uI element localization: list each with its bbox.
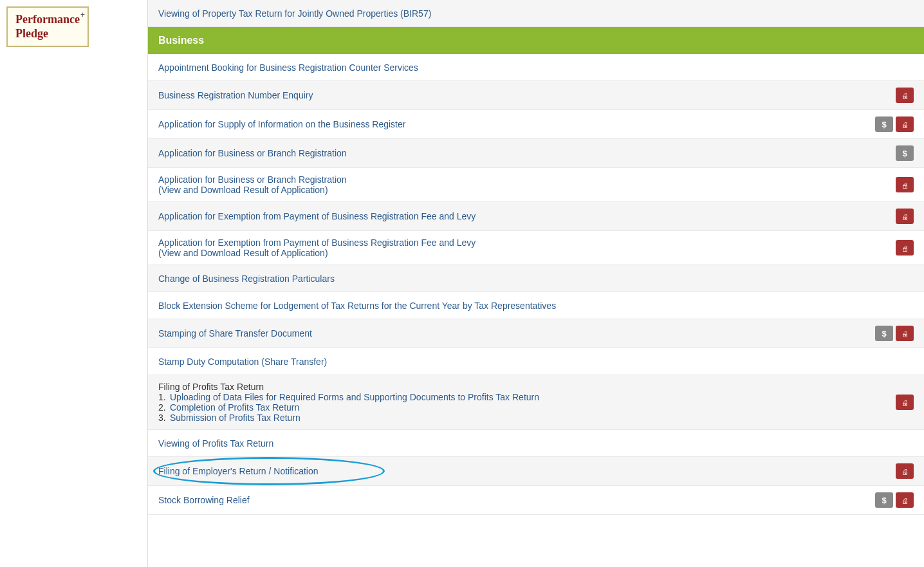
sub-item-num: 2. [158,402,170,413]
profits-tax-sub-item[interactable]: 1. Uploading of Data Files for Required … [158,392,888,402]
row-icons [875,326,914,341]
print-icon-btn[interactable] [896,240,914,256]
sub-item-text: Submission of Profits Tax Return [170,413,300,423]
printer-icon [901,212,909,221]
performance-pledge-box[interactable]: + Performance Pledge [6,6,89,47]
printer-icon [901,467,909,476]
main-content: Viewing of Property Tax Return for Joint… [148,0,924,567]
print-icon-btn[interactable] [896,209,914,224]
row-change-particulars[interactable]: Change of Business Registration Particul… [148,265,924,292]
row-icons [896,240,914,256]
dollar-icon [882,120,886,129]
row-stamp-duty-text: Stamp Duty Computation (Share Transfer) [158,357,906,367]
row-profits-tax[interactable]: Filing of Profits Tax Return 1. Uploadin… [148,375,924,430]
row-icons [896,463,914,479]
row-branch-reg-view-text: Application for Business or Branch Regis… [158,174,888,195]
row-stamping-text: Stamping of Share Transfer Document [158,328,867,339]
plus-icon: + [80,10,85,19]
row-stamping[interactable]: Stamping of Share Transfer Document [148,319,924,348]
printer-icon [901,398,909,407]
row-branch-reg[interactable]: Application for Business or Branch Regis… [148,139,924,168]
row-employer-return-text: Filing of Employer's Return / Notificati… [158,466,888,476]
row-icons [896,177,914,192]
row-exemption-view-line2: (View and Download Result of Application… [158,248,328,258]
row-stock-borrowing[interactable]: Stock Borrowing Relief [148,486,924,515]
print-icon-btn[interactable] [896,395,914,410]
performance-pledge-text: Performance Pledge [15,13,80,41]
print-icon-btn[interactable] [896,88,914,103]
profits-tax-text: Filing of Profits Tax Return 1. Uploadin… [158,382,888,423]
row-stamp-duty[interactable]: Stamp Duty Computation (Share Transfer) [148,348,924,375]
sub-item-text: Uploading of Data Files for Required For… [170,392,539,402]
printer-icon [901,120,909,129]
sub-item-num: 3. [158,413,170,423]
row-icons [896,209,914,224]
row-exemption-text: Application for Exemption from Payment o… [158,211,888,221]
print-icon-btn[interactable] [896,463,914,479]
printer-icon [901,180,909,190]
row-icons [896,395,914,410]
print-icon-btn[interactable] [896,177,914,192]
print-icon-btn[interactable] [896,492,914,508]
row-viewing-profits-text: Viewing of Profits Tax Return [158,438,906,449]
row-icons [896,88,914,103]
dollar-icon [882,329,886,339]
row-exemption-view-line1: Application for Exemption from Payment o… [158,237,476,248]
rows-container: Appointment Booking for Business Registr… [148,54,924,515]
profits-tax-sub-item[interactable]: 3. Submission of Profits Tax Return [158,413,888,423]
sub-item-num: 1. [158,392,170,402]
row-exemption[interactable]: Application for Exemption from Payment o… [148,202,924,231]
dollar-icon-btn[interactable] [896,145,914,161]
row-exemption-view[interactable]: Application for Exemption from Payment o… [148,231,924,265]
printer-icon [901,329,909,339]
sub-item-text: Completion of Profits Tax Return [170,402,299,413]
row-branch-reg-view[interactable]: Application for Business or Branch Regis… [148,168,924,202]
row-exemption-view-text: Application for Exemption from Payment o… [158,237,888,258]
row-brn-enquiry[interactable]: Business Registration Number Enquiry [148,81,924,110]
row-icons [875,492,914,508]
dollar-icon-btn[interactable] [875,492,893,508]
print-icon-btn[interactable] [896,326,914,341]
row-icons [875,116,914,132]
dollar-icon [882,496,886,505]
row-branch-reg-text: Application for Business or Branch Regis… [158,148,888,158]
row-block-extension-text: Block Extension Scheme for Lodgement of … [158,301,906,311]
printer-icon [901,243,909,253]
profits-tax-sub-item[interactable]: 2. Completion of Profits Tax Return [158,402,888,413]
row-change-particulars-text: Change of Business Registration Particul… [158,274,906,284]
dollar-icon [902,149,907,158]
printer-icon [901,496,909,505]
row-branch-reg-view-line2: (View and Download Result of Application… [158,185,328,195]
dollar-icon-btn[interactable] [875,326,893,341]
row-appointment[interactable]: Appointment Booking for Business Registr… [148,54,924,81]
top-item-text: Viewing of Property Tax Return for Joint… [158,8,914,19]
print-icon-btn[interactable] [896,116,914,132]
row-supply-info[interactable]: Application for Supply of Information on… [148,110,924,139]
row-employer-return[interactable]: Filing of Employer's Return / Notificati… [148,457,924,486]
profits-tax-heading: Filing of Profits Tax Return [158,382,264,392]
printer-icon [901,91,909,100]
row-appointment-text: Appointment Booking for Business Registr… [158,62,906,73]
top-item-row[interactable]: Viewing of Property Tax Return for Joint… [148,0,924,27]
dollar-icon-btn[interactable] [875,116,893,132]
row-supply-info-text: Application for Supply of Information on… [158,119,867,129]
section-header-business: Business [148,27,924,54]
row-brn-enquiry-text: Business Registration Number Enquiry [158,90,888,100]
row-stock-borrowing-text: Stock Borrowing Relief [158,495,867,505]
row-branch-reg-view-line1: Application for Business or Branch Regis… [158,174,347,185]
row-block-extension[interactable]: Block Extension Scheme for Lodgement of … [148,292,924,319]
row-viewing-profits[interactable]: Viewing of Profits Tax Return [148,430,924,457]
row-icons [896,145,914,161]
sidebar: + Performance Pledge [0,0,148,567]
